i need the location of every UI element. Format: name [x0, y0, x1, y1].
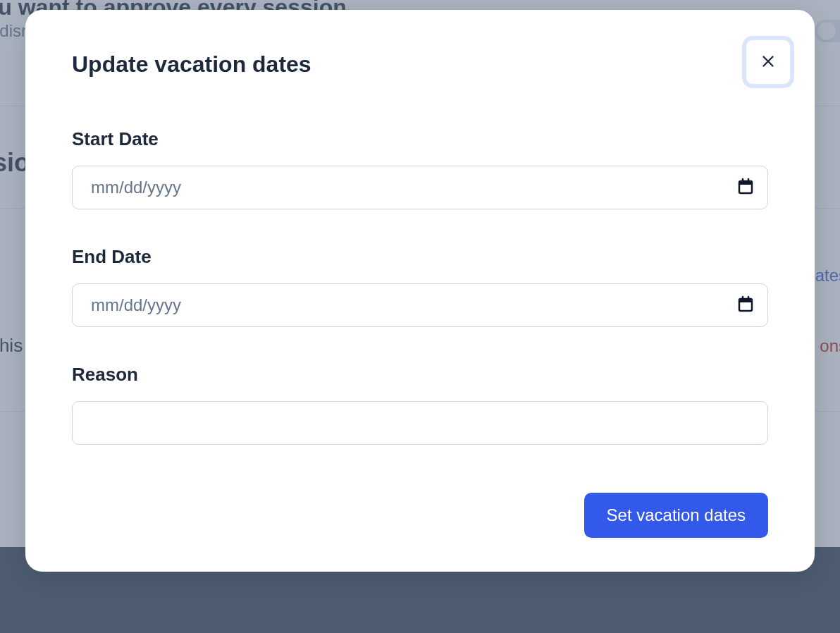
reason-label: Reason: [72, 364, 768, 386]
start-date-input[interactable]: [72, 166, 768, 209]
set-vacation-dates-button[interactable]: Set vacation dates: [584, 493, 768, 538]
modal-header: Update vacation dates: [72, 51, 768, 78]
end-date-label: End Date: [72, 246, 768, 268]
close-button[interactable]: [746, 39, 791, 85]
start-date-label: Start Date: [72, 128, 768, 150]
end-date-group: End Date: [72, 246, 768, 327]
start-date-wrapper: [72, 166, 768, 209]
reason-group: Reason: [72, 364, 768, 445]
start-date-group: Start Date: [72, 128, 768, 209]
modal-title: Update vacation dates: [72, 51, 311, 78]
end-date-input[interactable]: [72, 283, 768, 327]
modal-footer: Set vacation dates: [72, 493, 768, 538]
update-vacation-dates-modal: Update vacation dates Start Date: [25, 10, 815, 572]
close-icon: [759, 52, 777, 73]
reason-input[interactable]: [72, 401, 768, 445]
end-date-wrapper: [72, 283, 768, 327]
modal-overlay[interactable]: Update vacation dates Start Date: [0, 0, 840, 633]
